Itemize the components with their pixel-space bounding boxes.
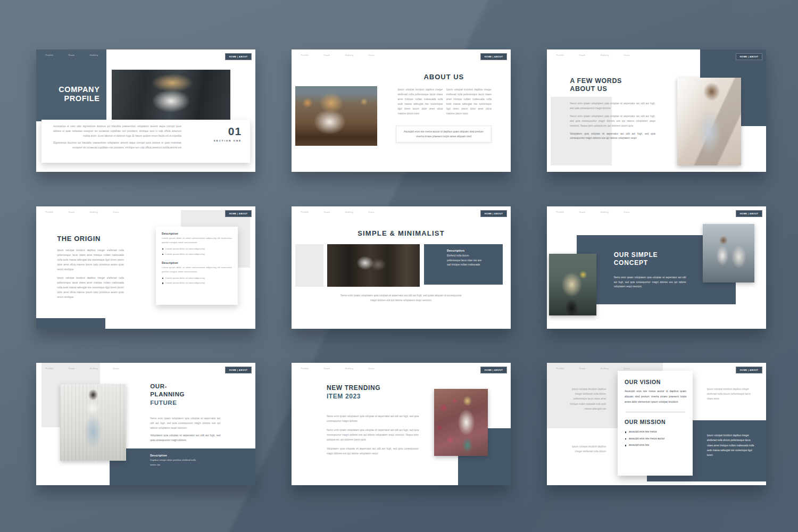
- nav-item-gallery[interactable]: Gallery: [600, 367, 609, 370]
- nav-item-gallery[interactable]: Gallery: [345, 211, 353, 213]
- nav-item-profile[interactable]: Profile: [301, 367, 309, 370]
- nav-item-data[interactable]: Data: [624, 54, 630, 56]
- text-column: Ipsum volutpat tincidunt dapibus integer…: [397, 88, 443, 117]
- corner-text-top-left: Ipsum volutpat tincidunt dapibus integer…: [564, 387, 606, 411]
- nav-item-team[interactable]: Team: [68, 211, 74, 213]
- nav-item-data[interactable]: Data: [113, 211, 119, 213]
- bullet-item: Lorem ipsum dolor sit amet adipiscing: [162, 276, 232, 280]
- description-heading: Description: [162, 232, 232, 235]
- nav-item-gallery[interactable]: Gallery: [89, 54, 98, 56]
- nav-item-profile[interactable]: Profile: [556, 211, 564, 213]
- description-heading: Description: [447, 249, 503, 252]
- nav-item-data[interactable]: Data: [369, 367, 375, 370]
- mission-bullet-list: asuscipit eros iste metus asuscipit eros…: [625, 429, 686, 448]
- title-accent-line: ITEM 2023: [327, 392, 380, 401]
- nav-item-gallery[interactable]: Gallery: [89, 211, 98, 213]
- nav-item-team[interactable]: Team: [323, 367, 330, 370]
- nav-item-profile[interactable]: Profile: [556, 367, 564, 370]
- mission-bullet: asuscipit eros iste metus: [625, 429, 686, 435]
- slide-new-trending-item: Profile Team Gallery Data HOME | ABOUT N…: [292, 363, 511, 485]
- bullet-item: Lorem ipsum dolor sit amet adipiscing: [162, 246, 232, 251]
- description-block: Description Dapibus integer dolor portit…: [150, 454, 198, 467]
- home-about-button[interactable]: HOME | ABOUT: [480, 53, 508, 60]
- home-about-button[interactable]: HOME | ABOUT: [736, 367, 763, 373]
- slide-title: THE ORIGIN: [57, 235, 101, 243]
- photo-couple-street: [703, 224, 754, 282]
- vision-title: OUR VISION: [625, 379, 686, 386]
- nav-item-gallery[interactable]: Gallery: [89, 367, 98, 370]
- description-heading: Description: [150, 454, 198, 457]
- nav-item-gallery[interactable]: Gallery: [345, 367, 353, 370]
- nav-item-profile[interactable]: Profile: [556, 54, 564, 56]
- nav-item-gallery[interactable]: Gallery: [600, 54, 609, 56]
- callout-box: Asuscipit eros iste metus auctor id dapi…: [396, 126, 492, 143]
- vision-text: Asuscipit eros iste metus auctor id dapi…: [625, 389, 686, 404]
- description-text: Eleifend nulla dictum pellentesque lacus…: [447, 254, 481, 268]
- body-paragraph: Nemo enim ipsam voluptatem quia voluptas…: [150, 417, 220, 431]
- nav-item-team[interactable]: Team: [68, 367, 74, 370]
- corner-text-bottom-left: Ipsum volutpat tincidunt dapibus integer…: [564, 444, 606, 454]
- nav-item-team[interactable]: Team: [323, 211, 330, 213]
- bullet-item: Lorem ipsum dolor sit amet adipiscing: [162, 280, 232, 285]
- mission-bullet: asuscipit eros iste metus auctor: [625, 436, 686, 442]
- body-paragraph: Voluptatem quia voluptas sit aspernatur …: [570, 132, 655, 142]
- home-about-button[interactable]: HOME | ABOUT: [480, 210, 508, 217]
- slide-nav: Profile Team Gallery Data: [556, 367, 629, 370]
- slide-the-origin: Profile Team Gallery Data HOME | ABOUT T…: [36, 206, 255, 329]
- slide-nav: Profile Team Gallery Data: [301, 211, 374, 213]
- title-accent-line: FUTURE: [150, 399, 185, 408]
- nav-item-gallery[interactable]: Gallery: [600, 211, 609, 213]
- nav-item-gallery[interactable]: Gallery: [345, 54, 353, 56]
- home-about-button[interactable]: HOME | ABOUT: [736, 210, 763, 217]
- nav-item-data[interactable]: Data: [624, 211, 630, 213]
- nav-item-team[interactable]: Team: [579, 54, 585, 56]
- body-paragraph: Voluptatem quia voluptas sit aspernatur …: [327, 447, 419, 456]
- home-about-button[interactable]: HOME | ABOUT: [480, 367, 508, 373]
- slide-nav: Profile Team Gallery Data: [556, 54, 629, 56]
- slide-our-planning-future: Profile Team Gallery Data HOME | ABOUT O…: [36, 363, 255, 485]
- template-preview-board: Profile Team Gallery Data HOME | ABOUT C…: [0, 0, 798, 532]
- divider: [626, 412, 685, 412]
- photo-woman-denim: [60, 384, 126, 461]
- text-column: Ipsum volutpat tincidunt dapibus integer…: [446, 88, 492, 117]
- nav-item-profile[interactable]: Profile: [301, 54, 309, 56]
- nav-item-team[interactable]: Team: [68, 54, 74, 56]
- nav-item-data[interactable]: Data: [113, 54, 119, 56]
- bullet-item: Lorem ipsum dolor sit amet adipiscing: [162, 252, 232, 256]
- slide-title: A FEW WORDS ABOUT US: [570, 77, 636, 94]
- title-line: OUR-: [150, 383, 185, 391]
- nav-item-data[interactable]: Data: [624, 367, 630, 370]
- slide-nav: Profile Team Gallery Data: [45, 211, 119, 213]
- photo-couple-architecture: [327, 244, 420, 286]
- slide-a-few-words: Profile Team Gallery Data HOME | ABOUT A…: [547, 49, 766, 172]
- nav-item-team[interactable]: Team: [323, 54, 330, 56]
- nav-item-profile[interactable]: Profile: [45, 54, 53, 56]
- home-about-button[interactable]: HOME | ABOUT: [736, 53, 763, 60]
- home-about-button[interactable]: HOME | ABOUT: [225, 367, 252, 373]
- nav-item-profile[interactable]: Profile: [301, 211, 309, 213]
- body-paragraph: Nemo enim ipsam voluptatem quia voluptas…: [570, 114, 655, 129]
- slide-title: OUR SIMPLE CONCEPT: [614, 251, 675, 267]
- slide-nav: Profile Team Gallery Data: [45, 54, 119, 56]
- description-text: Lorem ipsum dolor sit amet consectetuer …: [162, 236, 232, 245]
- home-about-button[interactable]: HOME | ABOUT: [225, 210, 252, 217]
- body-paragraph: Ipsum volutpat tincidunt dapibus integer…: [57, 276, 124, 300]
- photo-woman-railing: [295, 86, 378, 146]
- slide-nav: Profile Team Gallery Data: [301, 54, 374, 56]
- nav-item-team[interactable]: Team: [579, 367, 585, 370]
- mission-bullet: asuscipit eros iste: [625, 442, 686, 448]
- gray-rectangle: [295, 244, 324, 286]
- slide-simple-minimalist: Profile Team Gallery Data HOME | ABOUT S…: [292, 206, 511, 329]
- description-card: Description Lorem ipsum dolor sit amet c…: [156, 227, 238, 305]
- nav-item-data[interactable]: Data: [113, 367, 119, 370]
- nav-item-profile[interactable]: Profile: [45, 367, 53, 370]
- slide-title: ABOUT US: [397, 73, 491, 81]
- vision-mission-card: OUR VISION Asuscipit eros iste metus auc…: [618, 371, 693, 475]
- nav-item-team[interactable]: Team: [579, 211, 585, 213]
- nav-item-profile[interactable]: Profile: [45, 211, 53, 213]
- description-text: Dapibus integer dolor portititor eleifen…: [150, 458, 198, 467]
- nav-item-data[interactable]: Data: [369, 211, 375, 213]
- nav-item-data[interactable]: Data: [369, 54, 375, 56]
- home-about-button[interactable]: HOME | ABOUT: [225, 53, 252, 60]
- slide-nav: Profile Team Gallery Data: [301, 367, 374, 370]
